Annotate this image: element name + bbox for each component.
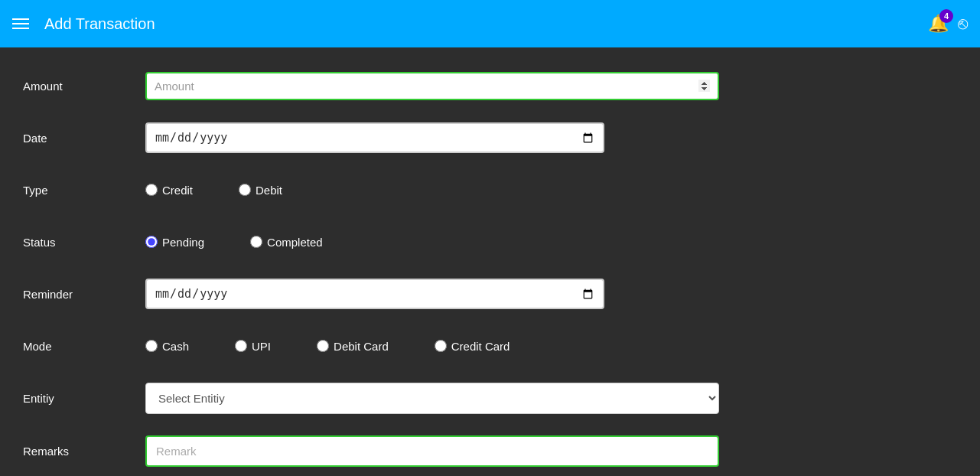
status-pending-radio[interactable] [145,236,158,248]
date-input[interactable] [145,122,604,153]
notification-button[interactable]: 🔔 4 [928,14,949,34]
entity-row: Entitiy Select Entitiy [23,383,957,414]
type-credit-option[interactable]: Credit [145,184,193,197]
type-debit-label: Debit [256,184,282,197]
type-label: Type [23,184,145,197]
mode-label: Mode [23,340,145,353]
date-label: Date [23,132,145,145]
date-row: Date [23,122,957,153]
type-radio-group: Credit Debit [145,184,328,197]
status-radio-group: Pending Completed [145,236,369,249]
type-credit-radio[interactable] [145,184,158,196]
status-pending-option[interactable]: Pending [145,236,204,249]
mode-debit-card-label: Debit Card [334,340,389,353]
mode-credit-card-option[interactable]: Credit Card [435,340,510,353]
amount-row: Amount [23,70,957,101]
entity-select[interactable]: Select Entitiy [145,383,719,414]
mode-credit-card-label: Credit Card [451,340,510,353]
remarks-input[interactable] [145,435,719,467]
amount-label: Amount [23,80,145,93]
remarks-row: Remarks [23,435,957,467]
mode-credit-card-radio[interactable] [435,340,447,352]
entity-label: Entitiy [23,392,145,405]
type-row: Type Credit Debit [23,174,957,205]
notification-badge: 4 [939,9,953,23]
status-completed-radio[interactable] [250,236,262,248]
page-title: Add Transaction [44,15,913,33]
header-actions: 🔔 4 ⎋ [928,14,968,34]
type-debit-option[interactable]: Debit [239,184,282,197]
type-credit-label: Credit [162,184,193,197]
status-label: Status [23,236,145,249]
amount-input[interactable] [145,72,719,100]
status-completed-option[interactable]: Completed [250,236,323,249]
mode-row: Mode Cash UPI Debit Card Credit Card [23,331,957,361]
mode-upi-radio[interactable] [235,340,247,352]
remarks-label: Remarks [23,445,145,458]
status-row: Status Pending Completed [23,227,957,257]
status-pending-label: Pending [162,236,204,249]
reminder-row: Reminder [23,279,957,309]
add-transaction-form: Amount Date Type Credit Debit Status Pen… [0,47,980,476]
mode-debit-card-option[interactable]: Debit Card [317,340,389,353]
mode-radio-group: Cash UPI Debit Card Credit Card [145,340,555,353]
logout-icon[interactable]: ⎋ [958,14,968,34]
menu-icon[interactable] [12,18,29,29]
app-header: Add Transaction 🔔 4 ⎋ [0,0,980,47]
mode-debit-card-radio[interactable] [317,340,329,352]
type-debit-radio[interactable] [239,184,251,196]
mode-upi-option[interactable]: UPI [235,340,271,353]
mode-cash-option[interactable]: Cash [145,340,189,353]
mode-upi-label: UPI [252,340,271,353]
mode-cash-label: Cash [162,340,189,353]
mode-cash-radio[interactable] [145,340,158,352]
reminder-label: Reminder [23,288,145,301]
reminder-input[interactable] [145,279,604,309]
status-completed-label: Completed [267,236,323,249]
